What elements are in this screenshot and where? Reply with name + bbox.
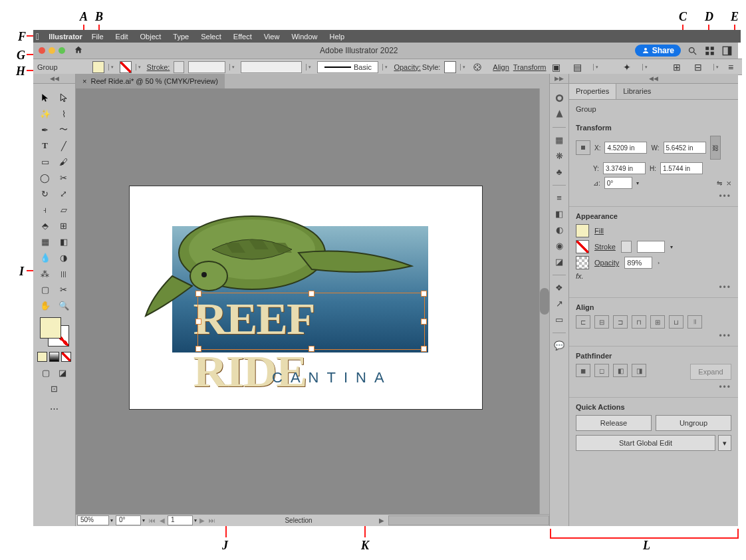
isolate-group-icon[interactable]: ▣ (551, 61, 562, 73)
blend-tool-icon[interactable]: ◑ (57, 251, 71, 264)
edit-contents-icon[interactable]: ▤ (572, 61, 584, 73)
appearance-fill-label[interactable]: Fill (594, 227, 604, 235)
horizontal-scrollbar[interactable] (388, 515, 549, 525)
shape-builder-tool-icon[interactable]: ⬘ (38, 219, 53, 232)
menu-file[interactable]: File (92, 33, 104, 41)
status-menu-icon[interactable]: ▶ (379, 517, 384, 524)
preferences-icon[interactable]: ≡ (725, 61, 737, 73)
line-segment-tool-icon[interactable]: ╱ (57, 139, 71, 152)
comments-panel-icon[interactable]: 💬 (553, 339, 566, 352)
align-options-icon[interactable]: ⊟ (692, 61, 704, 73)
slice-tool-icon[interactable]: ✂ (57, 283, 71, 296)
gradient-tool-icon[interactable]: ◧ (57, 235, 71, 248)
pathfinder-minus-front-icon[interactable]: ◻ (594, 364, 609, 377)
ungroup-button[interactable]: Ungroup (656, 415, 731, 431)
search-icon[interactable] (686, 45, 698, 57)
flip-horizontal-icon[interactable]: ⇋ (717, 180, 722, 187)
align-hcenter-icon[interactable]: ⊟ (594, 315, 609, 329)
align-label-link[interactable]: Align (493, 63, 509, 71)
workspace-switcher-icon[interactable] (721, 45, 733, 57)
distribute-icon[interactable]: ⫴ (687, 315, 702, 329)
appearance-stroke-weight[interactable] (637, 241, 665, 253)
start-global-edit-button[interactable]: Start Global Edit (576, 435, 715, 451)
stroke-panel-icon[interactable]: ≡ (553, 191, 566, 204)
screen-mode-icon[interactable]: ⊡ (47, 382, 62, 395)
artboard-rotation[interactable]: 0° (116, 515, 141, 525)
align-vcenter-icon[interactable]: ⊞ (650, 315, 665, 329)
apple-icon[interactable]:  (36, 31, 39, 42)
app-name[interactable]: Illustrator (49, 33, 82, 41)
fill-dropdown[interactable]: ▾ (108, 64, 116, 70)
appearance-stroke-swatch[interactable] (576, 240, 589, 253)
properties-collapse-icon[interactable]: ◀◀ (569, 74, 738, 84)
appearance-opacity-label[interactable]: Opacity (594, 259, 619, 267)
variable-width-dropdown[interactable]: ▾ (306, 64, 313, 70)
last-artboard-icon[interactable]: ⏭ (209, 517, 215, 524)
stroke-dropdown[interactable]: ▾ (136, 64, 143, 70)
libraries-tab[interactable]: Libraries (616, 83, 658, 99)
gradient-panel-icon[interactable]: ◧ (553, 207, 566, 220)
pathfinder-exclude-icon[interactable]: ◨ (632, 364, 646, 377)
stroke-swatch[interactable] (120, 61, 132, 73)
graphic-style-swatch[interactable] (444, 61, 456, 73)
home-icon[interactable] (74, 45, 83, 56)
rotation-dropdown-icon[interactable]: ▾ (142, 517, 145, 523)
asset-export-panel-icon[interactable]: ↗ (553, 297, 566, 310)
close-tab-icon[interactable]: × (82, 77, 86, 85)
edit-similar-dropdown[interactable]: ▾ (642, 64, 650, 70)
release-button[interactable]: Release (576, 415, 652, 431)
appearance-opacity-swatch[interactable] (576, 256, 589, 269)
reference-point-locator[interactable] (576, 140, 590, 155)
eraser-tool-icon[interactable]: ✂ (57, 171, 71, 184)
stroke-weight-field[interactable] (188, 61, 225, 73)
width-tool-icon[interactable]: ⫞ (38, 203, 53, 216)
stroke-label[interactable]: Stroke: (147, 63, 170, 71)
pathfinder-more-options[interactable]: ••• (576, 382, 731, 392)
draw-normal-icon[interactable]: ▢ (39, 366, 53, 379)
mesh-tool-icon[interactable]: ▦ (38, 235, 53, 248)
selection-tool-icon[interactable] (38, 91, 53, 104)
magic-wand-tool-icon[interactable]: ✨ (38, 107, 53, 120)
draw-behind-icon[interactable]: ◪ (55, 366, 70, 379)
menu-edit[interactable]: Edit (116, 33, 128, 41)
color-mode-icon[interactable] (37, 352, 47, 362)
artboard-tool-icon[interactable]: ▢ (38, 283, 53, 296)
symbols-panel-icon[interactable]: ♣ (553, 165, 566, 178)
x-value[interactable]: 4.5209 in (604, 142, 647, 154)
type-tool-icon[interactable]: T (38, 139, 53, 152)
direct-selection-tool-icon[interactable] (57, 91, 71, 104)
align-left-icon[interactable]: ⊏ (576, 315, 590, 329)
symbol-sprayer-tool-icon[interactable]: ⁂ (38, 267, 53, 280)
properties-tab[interactable]: Properties (569, 83, 616, 99)
share-button[interactable]: Share (635, 45, 681, 57)
rectangle-tool-icon[interactable]: ▭ (38, 155, 53, 168)
maximize-window-button[interactable] (59, 47, 65, 54)
arrange-documents-icon[interactable] (703, 45, 715, 57)
appearance-stroke-label[interactable]: Stroke (594, 243, 616, 251)
align-top-icon[interactable]: ⊓ (632, 315, 646, 329)
appearance-opacity-value[interactable]: 89% (624, 257, 652, 269)
close-window-button[interactable] (39, 47, 45, 54)
hand-tool-icon[interactable]: ✋ (38, 299, 53, 312)
eyedropper-tool-icon[interactable]: 💧 (38, 251, 53, 264)
align-options-dropdown[interactable]: ▾ (713, 64, 721, 70)
edit-similar-icon[interactable]: ✦ (621, 61, 633, 73)
y-value[interactable]: 3.3749 in (603, 162, 646, 174)
tools-collapse-icon[interactable]: ◀◀ (33, 74, 75, 84)
vertical-scrollbar[interactable] (539, 88, 549, 514)
opacity-label[interactable]: Opacity: (394, 63, 420, 71)
scale-tool-icon[interactable]: ⤢ (57, 187, 71, 200)
none-mode-icon[interactable] (61, 352, 71, 362)
color-panel-icon[interactable] (553, 91, 566, 104)
appearance-more-options[interactable]: ••• (576, 283, 731, 292)
appearance-stroke-stepper[interactable] (621, 241, 632, 253)
swatches-panel-icon[interactable]: ▦ (553, 133, 566, 146)
perspective-grid-tool-icon[interactable]: ⊞ (57, 219, 71, 232)
stroke-weight-stepper[interactable] (174, 61, 184, 73)
recolor-artwork-icon[interactable] (471, 61, 483, 73)
document-tab[interactable]: × Reef Ride.ai* @ 50 % (CMYK/Preview) (76, 74, 225, 88)
appearance-fill-swatch[interactable] (576, 224, 589, 237)
lasso-tool-icon[interactable]: ⌇ (57, 107, 71, 120)
gradient-mode-icon[interactable] (49, 352, 59, 362)
pen-tool-icon[interactable]: ✒ (38, 123, 53, 136)
